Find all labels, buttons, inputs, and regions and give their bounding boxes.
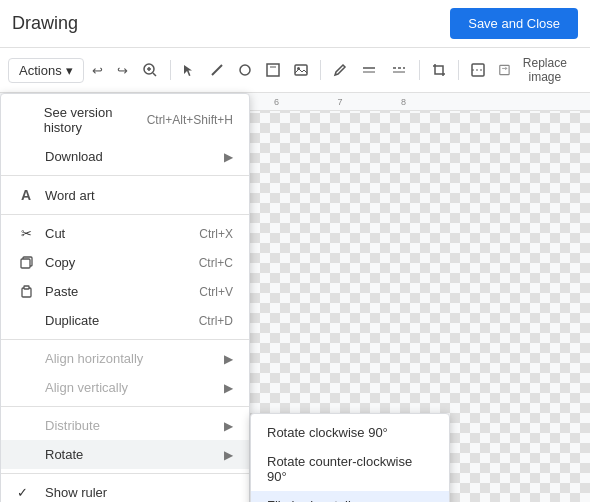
toolbar-separator2	[320, 60, 321, 80]
mask-button[interactable]	[465, 59, 491, 81]
menu-item-download[interactable]: Download ▶	[1, 142, 249, 171]
menu-label-duplicate: Duplicate	[45, 313, 99, 328]
menu-item-copy[interactable]: Copy Ctrl+C	[1, 248, 249, 277]
svg-rect-21	[24, 286, 29, 289]
shortcut-cut: Ctrl+X	[199, 227, 233, 241]
submenu-label-rotate-cw: Rotate clockwise 90°	[267, 425, 388, 440]
menu-label-show-ruler: Show ruler	[45, 485, 107, 500]
dash-style-button[interactable]	[385, 59, 413, 81]
menu-label-copy: Copy	[45, 255, 75, 270]
replace-image-button[interactable]: Replace image	[493, 52, 582, 88]
menu-item-align-v[interactable]: Align vertically ▶	[1, 373, 249, 402]
menu-label-version-history: See version history	[44, 105, 147, 135]
menu-item-duplicate[interactable]: Duplicate Ctrl+D	[1, 306, 249, 335]
svg-rect-8	[295, 65, 307, 75]
shortcut-version-history: Ctrl+Alt+Shift+H	[147, 113, 233, 127]
actions-label: Actions	[19, 63, 62, 78]
cut-icon: ✂	[17, 226, 35, 241]
redo-button[interactable]: ↪	[111, 59, 134, 82]
menu-label-paste: Paste	[45, 284, 78, 299]
submenu-item-rotate-ccw[interactable]: Rotate counter-clockwise 90°	[251, 447, 449, 491]
rotate-arrow: ▶	[224, 448, 233, 462]
line-tool-button[interactable]	[204, 59, 230, 81]
crop-icon	[432, 63, 446, 77]
text-box-button[interactable]	[260, 59, 286, 81]
menu-label-download: Download	[45, 149, 103, 164]
menu-item-paste[interactable]: Paste Ctrl+V	[1, 277, 249, 306]
menu-item-align-h[interactable]: Align horizontally ▶	[1, 344, 249, 373]
svg-rect-17	[500, 65, 509, 74]
submenu-item-flip-h[interactable]: Flip horizontally	[251, 491, 449, 502]
dash-icon	[391, 63, 407, 77]
context-menu: See version history Ctrl+Alt+Shift+H Dow…	[0, 93, 250, 502]
shape-tool-button[interactable]	[232, 59, 258, 81]
menu-item-cut[interactable]: ✂ Cut Ctrl+X	[1, 219, 249, 248]
svg-line-4	[212, 65, 222, 75]
menu-item-word-art[interactable]: A Word art	[1, 180, 249, 210]
shortcut-paste: Ctrl+V	[199, 285, 233, 299]
distribute-arrow: ▶	[224, 419, 233, 433]
menu-label-align-h: Align horizontally	[45, 351, 143, 366]
replace-image-label: Replace image	[514, 56, 576, 84]
menu-sep-1	[1, 175, 249, 176]
cursor-tool-button[interactable]	[176, 59, 202, 81]
checkmark-icon: ✓	[17, 485, 35, 500]
main-area: 2 3 4 5 6 7 8 See version history	[0, 93, 590, 502]
image-icon	[294, 63, 308, 77]
image-button[interactable]	[288, 59, 314, 81]
menu-sep-5	[1, 473, 249, 474]
align-v-arrow: ▶	[224, 381, 233, 395]
menu-item-show-ruler[interactable]: ✓ Show ruler	[1, 478, 249, 502]
svg-line-1	[153, 73, 156, 76]
app-title: Drawing	[12, 13, 78, 34]
paste-icon	[17, 285, 35, 298]
text-box-icon	[266, 63, 280, 77]
submenu-item-rotate-cw[interactable]: Rotate clockwise 90°	[251, 418, 449, 447]
rotate-submenu: Rotate clockwise 90° Rotate counter-cloc…	[250, 413, 450, 502]
menu-label-align-v: Align vertically	[45, 380, 128, 395]
chevron-down-icon: ▾	[66, 63, 73, 78]
copy-icon	[17, 256, 35, 269]
save-close-button[interactable]: Save and Close	[450, 8, 578, 39]
mask-icon	[471, 63, 485, 77]
line-style-button[interactable]	[355, 59, 383, 81]
menu-sep-2	[1, 214, 249, 215]
menu-sep-3	[1, 339, 249, 340]
menu-sep-4	[1, 406, 249, 407]
align-h-arrow: ▶	[224, 352, 233, 366]
replace-icon	[499, 63, 510, 77]
submenu-label-flip-h: Flip horizontally	[267, 498, 357, 502]
toolbar-separator4	[458, 60, 459, 80]
svg-rect-6	[267, 64, 279, 76]
line-style-icon	[361, 63, 377, 77]
undo-button[interactable]: ↩	[86, 59, 109, 82]
menu-label-rotate: Rotate	[45, 447, 83, 462]
pen-icon	[333, 63, 347, 77]
shape-icon	[238, 63, 252, 77]
zoom-button[interactable]	[136, 58, 164, 82]
actions-button[interactable]: Actions ▾	[8, 58, 84, 83]
toolbar: Actions ▾ ↩ ↪	[0, 48, 590, 93]
menu-label-cut: Cut	[45, 226, 65, 241]
shortcut-duplicate: Ctrl+D	[199, 314, 233, 328]
menu-item-version-history[interactable]: See version history Ctrl+Alt+Shift+H	[1, 98, 249, 142]
crop-button[interactable]	[426, 59, 452, 81]
word-art-icon: A	[17, 187, 35, 203]
toolbar-separator	[170, 60, 171, 80]
menu-item-distribute[interactable]: Distribute ▶	[1, 411, 249, 440]
cursor-icon	[182, 63, 196, 77]
pen-tool-button[interactable]	[327, 59, 353, 81]
zoom-icon	[142, 62, 158, 78]
svg-rect-19	[21, 259, 30, 268]
menu-label-distribute: Distribute	[45, 418, 100, 433]
menu-item-rotate[interactable]: Rotate ▶	[1, 440, 249, 469]
submenu-label-rotate-ccw: Rotate counter-clockwise 90°	[267, 454, 433, 484]
toolbar-separator3	[419, 60, 420, 80]
top-bar: Drawing Save and Close	[0, 0, 590, 48]
menu-label-word-art: Word art	[45, 188, 95, 203]
svg-point-5	[240, 65, 250, 75]
download-arrow: ▶	[224, 150, 233, 164]
line-icon	[210, 63, 224, 77]
shortcut-copy: Ctrl+C	[199, 256, 233, 270]
